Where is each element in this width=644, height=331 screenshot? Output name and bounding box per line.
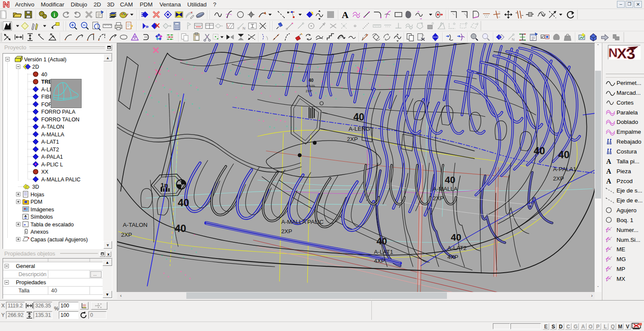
svg-text:PDM: PDM: [30, 199, 43, 205]
svg-text:Perimet...: Perimet...: [617, 80, 641, 86]
svg-text:Boq. 1: Boq. 1: [617, 217, 633, 223]
svg-text:A-PALA1: A-PALA1: [553, 166, 577, 172]
svg-text:A-MALLA: A-MALLA: [433, 186, 458, 192]
svg-text:Rebajado: Rebajado: [617, 138, 641, 145]
svg-text:MP: MP: [617, 266, 625, 272]
svg-text:Símbolos: Símbolos: [30, 214, 53, 220]
svg-text:2XP: 2XP: [121, 232, 132, 238]
svg-text:A-LAT1: A-LAT1: [41, 139, 59, 145]
svg-text:A-MALLA PALIC: A-MALLA PALIC: [281, 219, 324, 225]
svg-text:40: 40: [377, 236, 387, 247]
svg-text:A: A: [606, 168, 611, 175]
svg-text:Eje de e...: Eje de e...: [617, 197, 643, 204]
svg-text:Hojas: Hojas: [30, 192, 44, 198]
svg-text:40: 40: [558, 149, 570, 160]
svg-text:40: 40: [309, 78, 314, 83]
svg-text:A-LAT2: A-LAT2: [41, 147, 59, 153]
svg-text:40: 40: [41, 72, 47, 78]
svg-text:4XP: 4XP: [374, 258, 385, 264]
svg-text:A-TALON: A-TALON: [41, 124, 64, 130]
svg-text:...: ...: [93, 272, 97, 277]
svg-text:MG: MG: [617, 256, 626, 262]
svg-text:A-PLIC L: A-PLIC L: [41, 162, 63, 168]
svg-text:Agujero: Agujero: [617, 207, 637, 214]
svg-text:A-TALON: A-TALON: [123, 222, 148, 228]
svg-text:Versión 1 (Actual): Versión 1 (Actual): [24, 57, 67, 63]
svg-text:2XP: 2XP: [306, 89, 312, 93]
svg-text:Pzcod: Pzcod: [617, 178, 633, 184]
svg-text:A-PALA1: A-PALA1: [41, 154, 63, 160]
svg-text:2XP: 2XP: [433, 195, 444, 202]
svg-text:N: N: [243, 26, 246, 30]
svg-text:Costura: Costura: [617, 148, 637, 155]
svg-text:Tabla de escalado: Tabla de escalado: [30, 222, 74, 228]
svg-text:Imágenes: Imágenes: [30, 207, 54, 213]
svg-text:40: 40: [451, 232, 461, 243]
svg-text:2D: 2D: [32, 64, 39, 70]
svg-text:40: 40: [51, 288, 57, 294]
svg-text:Empalme: Empalme: [617, 129, 641, 135]
svg-text:A-LAT2: A-LAT2: [447, 245, 467, 251]
svg-text:A: A: [606, 158, 611, 165]
svg-text:»: »: [24, 223, 26, 227]
svg-text:A-MALLA PALIC: A-MALLA PALIC: [41, 177, 80, 183]
svg-text:A-LAT1: A-LAT1: [374, 249, 393, 255]
svg-text:Paralela: Paralela: [617, 109, 638, 116]
svg-text:Propiedades: Propiedades: [16, 280, 46, 286]
svg-text:A: A: [342, 9, 349, 20]
svg-text:Doblado: Doblado: [617, 119, 638, 125]
svg-text:»: »: [146, 23, 149, 30]
svg-text:Cortes: Cortes: [617, 99, 634, 106]
svg-text:Anexos: Anexos: [30, 229, 49, 235]
svg-text:A-MALLA: A-MALLA: [41, 132, 64, 138]
svg-text:XX: XX: [41, 169, 49, 175]
svg-text:A-9UDL: A-9UDL: [306, 84, 316, 87]
svg-text:4XP: 4XP: [447, 254, 459, 260]
svg-text:Marcad...: Marcad...: [617, 90, 641, 96]
svg-text:MX: MX: [617, 276, 625, 282]
svg-text:A-LENG: A-LENG: [349, 126, 370, 132]
svg-text:2XP: 2XP: [347, 136, 358, 142]
svg-text:Eje de s...: Eje de s...: [617, 187, 642, 194]
svg-text:40: 40: [353, 111, 365, 123]
svg-text:Num.Si...: Num.Si...: [617, 237, 641, 243]
svg-text:Pieza: Pieza: [617, 168, 631, 175]
svg-text:Numer...: Numer...: [617, 227, 638, 233]
svg-text:A: A: [606, 178, 611, 185]
svg-text:N: N: [608, 45, 618, 59]
svg-text:1n: 1n: [161, 181, 168, 189]
svg-text:Talla: Talla: [18, 288, 30, 294]
svg-text:3D: 3D: [32, 184, 39, 190]
svg-text:40: 40: [534, 145, 545, 156]
svg-text:ME: ME: [617, 246, 625, 253]
svg-text:40: 40: [175, 223, 186, 234]
svg-text:40: 40: [178, 197, 189, 208]
svg-text:Capas (actual Agujeros): Capas (actual Agujeros): [30, 237, 88, 243]
svg-text:FORRO PALA: FORRO PALA: [41, 109, 76, 115]
svg-text:General: General: [16, 263, 35, 269]
svg-text:40: 40: [445, 175, 455, 185]
svg-text:N: N: [512, 37, 515, 42]
svg-text:?: ?: [130, 24, 133, 30]
svg-text:2XP: 2XP: [553, 175, 564, 182]
svg-text:Descripción: Descripción: [18, 271, 46, 277]
svg-text:FORRO TALON: FORRO TALON: [41, 117, 79, 123]
svg-text:Talla pi...: Talla pi...: [617, 158, 639, 165]
svg-text:2XP: 2XP: [281, 228, 292, 235]
